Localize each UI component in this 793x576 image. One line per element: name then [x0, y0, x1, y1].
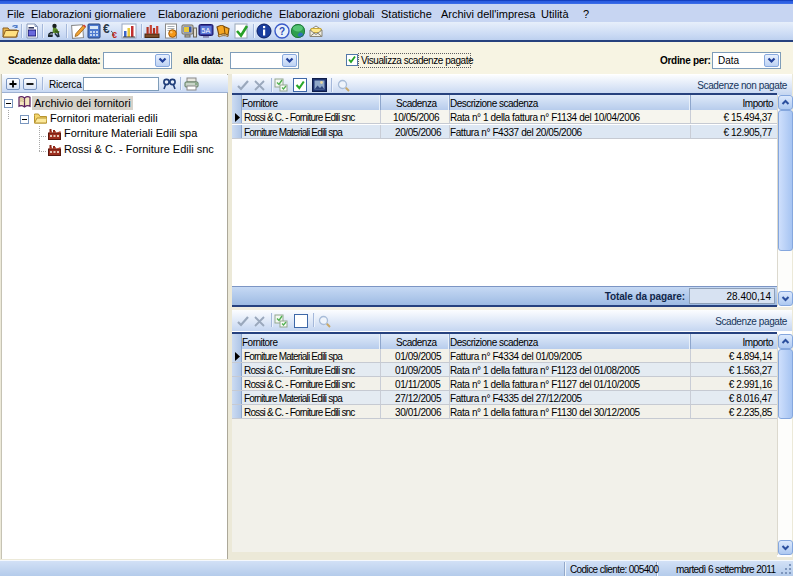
svg-text:5A: 5A — [202, 27, 211, 34]
svg-text:€: € — [103, 23, 110, 36]
svg-text:€: € — [112, 30, 117, 39]
svg-text:?: ? — [279, 26, 285, 37]
